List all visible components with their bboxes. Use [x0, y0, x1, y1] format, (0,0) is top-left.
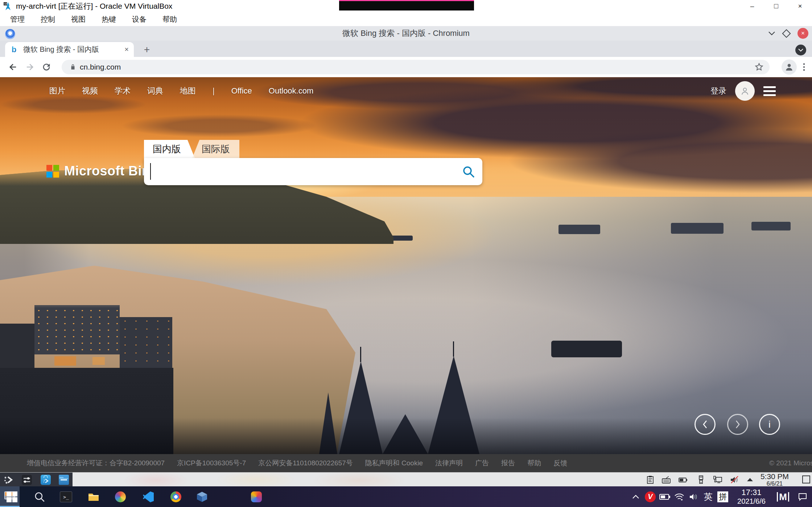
- action-center-icon[interactable]: [793, 486, 812, 507]
- bookmark-star-icon[interactable]: [754, 62, 764, 72]
- hamburger-menu-icon[interactable]: [763, 84, 776, 98]
- reload-icon[interactable]: [41, 62, 51, 72]
- taskbar-search-icon[interactable]: [33, 491, 46, 503]
- tray-virtualbox-icon[interactable]: V: [643, 486, 658, 507]
- footer-help-link[interactable]: 帮助: [527, 458, 541, 468]
- nav-dictionary[interactable]: 词典: [147, 86, 163, 96]
- footer-license-link[interactable]: 增值电信业务经营许可证：合字B2-20090007: [27, 458, 165, 468]
- bing-avatar[interactable]: [735, 81, 755, 101]
- taskbar-virtualbox-icon[interactable]: [196, 491, 208, 503]
- menu-control[interactable]: 控制: [35, 14, 61, 24]
- microsoft-bing-logo: Microsoft Bing: [46, 163, 158, 179]
- url-text[interactable]: cn.bing.com: [80, 63, 121, 71]
- harbour-block: [751, 222, 791, 230]
- menu-view[interactable]: 视图: [65, 14, 91, 24]
- tray-wifi-icon[interactable]: [672, 486, 687, 507]
- tray-battery-icon[interactable]: [658, 486, 672, 507]
- windows-taskbar: >_ V 英: [0, 486, 812, 507]
- footer-psb-link[interactable]: 京公网安备11010802022657号: [258, 458, 353, 468]
- bing-page: 图片 视频 学术 词典 地图 | Office Outlook.com 登录 M…: [0, 77, 812, 472]
- vm-battery-icon[interactable]: [678, 475, 688, 485]
- nav-outlook[interactable]: Outlook.com: [269, 86, 314, 96]
- vm-network-icon[interactable]: [713, 475, 722, 485]
- tab-international[interactable]: 国际版: [192, 140, 239, 158]
- nav-maps[interactable]: 地图: [180, 86, 196, 96]
- taskbar-vscode-icon[interactable]: [142, 491, 154, 503]
- taskbar-terminal-icon[interactable]: >_: [60, 491, 72, 503]
- kde-discover-icon[interactable]: [41, 475, 51, 485]
- bing-favicon: b: [12, 46, 19, 53]
- browser-toolbar: cn.bing.com: [0, 57, 812, 78]
- footer-report-link[interactable]: 报告: [501, 458, 515, 468]
- browser-tab[interactable]: b 微软 Bing 搜索 - 国内版 ×: [5, 42, 134, 57]
- footer-legal-link[interactable]: 法律声明: [435, 458, 463, 468]
- image-info-button[interactable]: i: [759, 414, 780, 435]
- bing-footer: 增值电信业务经营许可证：合字B2-20090007 京ICP备10036305号…: [0, 454, 812, 472]
- tab-title: 微软 Bing 搜索 - 国内版: [23, 45, 99, 54]
- kde-settings-icon[interactable]: [22, 475, 32, 485]
- virtualbox-menubar: 管理 控制 视图 热键 设备 帮助: [0, 12, 812, 26]
- footer-icp-link[interactable]: 京ICP备10036305号-7: [177, 458, 246, 468]
- carousel-next-button[interactable]: [727, 414, 748, 435]
- vm-clock[interactable]: 5:30 PM 6/6/21: [757, 473, 792, 487]
- window-minimize-icon[interactable]: [768, 31, 775, 36]
- tray-expand-icon[interactable]: [628, 486, 643, 507]
- footer-copyright: © 2021 Microsoft: [769, 459, 812, 467]
- nav-images[interactable]: 图片: [49, 86, 65, 96]
- search-icon[interactable]: [461, 165, 476, 179]
- tab-strip: b 微软 Bing 搜索 - 国内版 × +: [0, 41, 812, 57]
- ime-tool-icon[interactable]: M: [773, 486, 793, 507]
- menu-machine[interactable]: 管理: [4, 14, 30, 24]
- footer-privacy-link[interactable]: 隐私声明和 Cookie: [365, 458, 423, 468]
- capture-indicator-strip: [339, 0, 474, 11]
- menu-hotkeys[interactable]: 热键: [96, 14, 122, 24]
- kde-dolphin-icon[interactable]: [59, 475, 69, 485]
- taskbar-chrome-icon[interactable]: [170, 491, 182, 503]
- lock-icon[interactable]: [70, 63, 76, 71]
- footer-feedback-link[interactable]: 反馈: [553, 458, 567, 468]
- language-indicator[interactable]: 英: [701, 486, 716, 507]
- browser-menu-icon[interactable]: [799, 62, 809, 72]
- tray-volume-icon[interactable]: [687, 486, 701, 507]
- address-bar[interactable]: cn.bing.com: [62, 60, 770, 74]
- arch-linux-icon: G4: [4, 2, 12, 10]
- carousel-prev-button[interactable]: [694, 414, 716, 435]
- kde-launcher-icon[interactable]: [4, 475, 14, 485]
- forward-icon[interactable]: [25, 62, 35, 72]
- host-close-button[interactable]: ×: [788, 0, 812, 12]
- back-icon[interactable]: [8, 62, 18, 72]
- vm-usb-icon[interactable]: [696, 475, 706, 485]
- window-maximize-icon[interactable]: [782, 29, 791, 38]
- vm-clipboard-icon[interactable]: [646, 475, 655, 485]
- taskbar-clock[interactable]: 17:31 2021/6/6: [730, 488, 773, 505]
- sign-in-link[interactable]: 登录: [710, 86, 726, 96]
- window-close-icon[interactable]: ×: [797, 28, 808, 39]
- chromium-titlebar: 微软 Bing 搜索 - 国内版 - Chromium ×: [0, 26, 812, 41]
- nav-office[interactable]: Office: [231, 86, 252, 96]
- tab-search-icon[interactable]: [795, 45, 806, 55]
- menu-help[interactable]: 帮助: [157, 14, 183, 24]
- vm-keyboard-icon[interactable]: [661, 475, 671, 485]
- nav-videos[interactable]: 视频: [82, 86, 98, 96]
- menu-devices[interactable]: 设备: [126, 14, 152, 24]
- town-building: [120, 317, 172, 375]
- ime-pinyin-indicator[interactable]: 拼: [716, 486, 730, 507]
- taskbar-media-app-icon[interactable]: [250, 491, 263, 503]
- vm-show-desktop-button[interactable]: [802, 475, 810, 483]
- vm-tray-expand-icon[interactable]: [746, 475, 754, 485]
- nav-academic[interactable]: 学术: [115, 86, 131, 96]
- footer-ads-link[interactable]: 广告: [475, 458, 489, 468]
- tab-domestic[interactable]: 国内版: [144, 140, 195, 158]
- start-button[interactable]: [6, 491, 18, 503]
- taskbar-paint-app-icon[interactable]: [114, 491, 127, 503]
- flag-pole: [453, 341, 454, 357]
- host-minimize-button[interactable]: –: [740, 0, 764, 12]
- tab-close-icon[interactable]: ×: [124, 45, 129, 54]
- browser-profile-avatar[interactable]: [782, 59, 797, 75]
- town-building: [34, 307, 120, 354]
- search-input[interactable]: [144, 158, 482, 185]
- new-tab-button[interactable]: +: [141, 43, 153, 56]
- vm-volume-muted-icon[interactable]: [730, 475, 739, 485]
- host-maximize-button[interactable]: □: [764, 0, 788, 12]
- taskbar-explorer-icon[interactable]: [87, 491, 100, 503]
